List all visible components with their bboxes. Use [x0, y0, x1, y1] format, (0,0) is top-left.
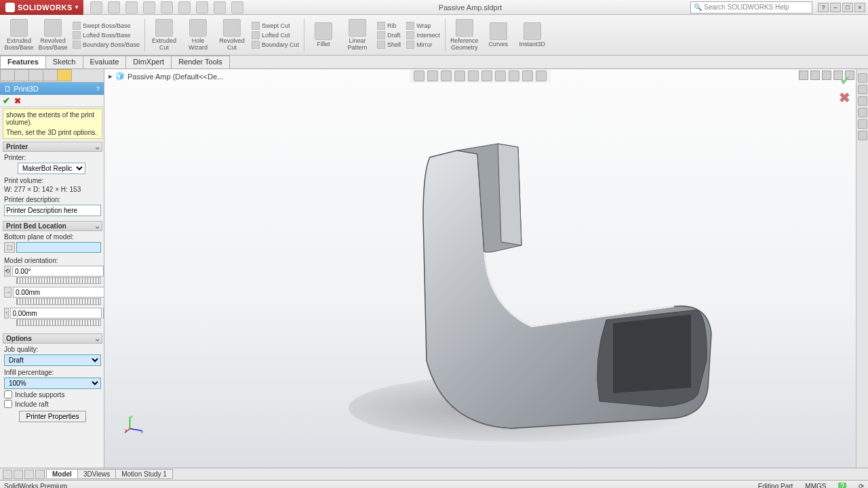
- pm-pin-icon[interactable]: ?: [96, 85, 100, 92]
- status-help-icon[interactable]: ?: [838, 483, 846, 488]
- fillet-button[interactable]: Fillet: [307, 22, 340, 47]
- confirm-check-icon[interactable]: ✔: [840, 73, 850, 88]
- qat-redo-icon[interactable]: [178, 1, 191, 14]
- edit-appearance-icon[interactable]: [509, 70, 519, 81]
- swept-boss-button[interactable]: Swept Boss/Base: [73, 22, 140, 30]
- tab-features[interactable]: Features: [0, 56, 46, 68]
- reference-geometry-button[interactable]: Reference Geometry: [448, 19, 481, 51]
- offset-x-input[interactable]: [13, 287, 104, 298]
- tab-evaluate[interactable]: Evaluate: [83, 56, 127, 68]
- offset-x-slider[interactable]: [16, 298, 101, 305]
- extruded-cut-button[interactable]: Extruded Cut: [148, 19, 180, 51]
- qat-print-icon[interactable]: [143, 1, 155, 14]
- qat-options-icon[interactable]: [214, 1, 226, 14]
- qat-rebuild-icon[interactable]: [196, 1, 208, 14]
- tab-sketch[interactable]: Sketch: [45, 56, 83, 68]
- boundary-cut-button[interactable]: Boundary Cut: [252, 41, 299, 49]
- minimize-icon[interactable]: –: [830, 3, 841, 12]
- status-units[interactable]: MMGS: [805, 483, 826, 488]
- tp-design-library-icon[interactable]: [858, 85, 867, 94]
- pm-tab-config-icon[interactable]: [28, 69, 43, 81]
- help-search-input[interactable]: 🔍Search SOLIDWORKS Help: [690, 1, 812, 14]
- pm-ok-icon[interactable]: ✔: [3, 96, 10, 106]
- view-settings-icon[interactable]: [536, 70, 547, 81]
- draft-button[interactable]: Draft: [377, 31, 401, 39]
- plane-pick-icon[interactable]: ⬚: [4, 242, 15, 253]
- zoom-fit-icon[interactable]: [414, 70, 425, 81]
- tab-last-icon[interactable]: [35, 470, 45, 479]
- pm-tab-property-icon[interactable]: [14, 69, 29, 81]
- status-rebuild-icon[interactable]: ⟳: [859, 483, 864, 488]
- display-style-icon[interactable]: [481, 70, 492, 81]
- tp-view-palette-icon[interactable]: [858, 108, 867, 117]
- qat-open-icon[interactable]: [108, 1, 120, 14]
- orientation-triad[interactable]: y z x: [125, 413, 145, 434]
- confirm-cancel-icon[interactable]: ✖: [839, 89, 850, 106]
- wrap-button[interactable]: Wrap: [406, 22, 440, 30]
- qat-new-icon[interactable]: [90, 1, 102, 14]
- logo-dropdown-icon[interactable]: ▾: [75, 4, 79, 10]
- maximize-icon[interactable]: □: [842, 3, 853, 12]
- tab-motion-study[interactable]: Motion Study 1: [115, 469, 173, 479]
- printer-select[interactable]: MakerBot Replicato: [18, 163, 85, 174]
- apply-scene-icon[interactable]: [522, 70, 533, 81]
- include-supports-checkbox[interactable]: Include supports: [4, 390, 101, 399]
- prev-view-icon[interactable]: [441, 70, 452, 81]
- hide-show-icon[interactable]: [495, 70, 506, 81]
- tab-model[interactable]: Model: [46, 469, 78, 479]
- close-icon[interactable]: ×: [854, 3, 865, 12]
- printer-properties-button[interactable]: Printer Properties: [19, 411, 87, 422]
- expand-icon[interactable]: ▸: [108, 72, 113, 81]
- lofted-cut-button[interactable]: Lofted Cut: [252, 31, 299, 39]
- job-quality-select[interactable]: Draft: [4, 354, 101, 366]
- angle-slider[interactable]: [16, 277, 101, 284]
- angle-input[interactable]: [12, 266, 104, 277]
- tab-3dviews[interactable]: 3DViews: [77, 469, 116, 479]
- extruded-boss-button[interactable]: Extruded Boss/Base: [3, 19, 35, 51]
- curves-button[interactable]: Curves: [482, 22, 515, 47]
- graphics-viewport[interactable]: ▸ 🧊 Passive Amp (Default<<De... ✔ ✖: [104, 69, 856, 468]
- qat-settings-icon[interactable]: [231, 1, 243, 14]
- tp-resources-icon[interactable]: [858, 73, 867, 83]
- pm-cancel-icon[interactable]: ✖: [14, 96, 21, 106]
- section-options-header[interactable]: Options⌵: [3, 333, 102, 344]
- view-orient-icon[interactable]: [468, 70, 479, 81]
- boundary-boss-button[interactable]: Boundary Boss/Base: [73, 41, 140, 49]
- printer-desc-input[interactable]: [4, 205, 101, 216]
- zoom-area-icon[interactable]: [427, 70, 438, 81]
- tab-prev-icon[interactable]: [14, 470, 23, 479]
- revolved-cut-button[interactable]: Revolved Cut: [216, 19, 248, 51]
- tp-file-explorer-icon[interactable]: [858, 96, 867, 106]
- tab-dimxpert[interactable]: DimXpert: [125, 56, 172, 68]
- revolved-boss-button[interactable]: Revolved Boss/Base: [37, 19, 69, 51]
- pm-tab-feature-icon[interactable]: [0, 69, 15, 81]
- qat-undo-icon[interactable]: [161, 1, 173, 14]
- include-raft-checkbox[interactable]: Include raft: [4, 400, 101, 408]
- section-bed-header[interactable]: Print Bed Location⌵: [3, 221, 102, 231]
- infill-select[interactable]: 100%: [4, 378, 101, 389]
- tab-render-tools[interactable]: Render Tools: [171, 56, 230, 68]
- bottom-plane-input[interactable]: [16, 242, 101, 253]
- lofted-boss-button[interactable]: Lofted Boss/Base: [73, 31, 140, 39]
- doc-min-icon[interactable]: [810, 70, 820, 80]
- pm-tab-display-icon[interactable]: [57, 69, 72, 81]
- tp-appearances-icon[interactable]: [858, 119, 867, 129]
- tab-next-icon[interactable]: [24, 470, 34, 479]
- breadcrumb[interactable]: ▸ 🧊 Passive Amp (Default<<De...: [108, 72, 223, 81]
- doc-tile-icon[interactable]: [799, 70, 808, 80]
- help-icon[interactable]: ?: [818, 3, 829, 12]
- section-printer-header[interactable]: Printer⌵: [3, 142, 102, 152]
- shell-button[interactable]: Shell: [377, 41, 401, 49]
- hole-wizard-button[interactable]: Hole Wizard: [182, 19, 214, 51]
- offset-y-slider[interactable]: [16, 319, 101, 326]
- tp-custom-props-icon[interactable]: [858, 131, 867, 140]
- pm-tab-dim-icon[interactable]: [43, 69, 58, 81]
- rib-button[interactable]: Rib: [377, 22, 401, 30]
- pm-body[interactable]: shows the extents of the print volume). …: [0, 107, 104, 468]
- intersect-button[interactable]: Intersect: [406, 31, 440, 39]
- instant3d-button[interactable]: Instant3D: [516, 22, 549, 47]
- offset-y-input[interactable]: [10, 308, 102, 319]
- model-part[interactable]: [321, 117, 755, 455]
- mirror-button[interactable]: Mirror: [406, 41, 440, 49]
- doc-restore-icon[interactable]: [822, 70, 831, 80]
